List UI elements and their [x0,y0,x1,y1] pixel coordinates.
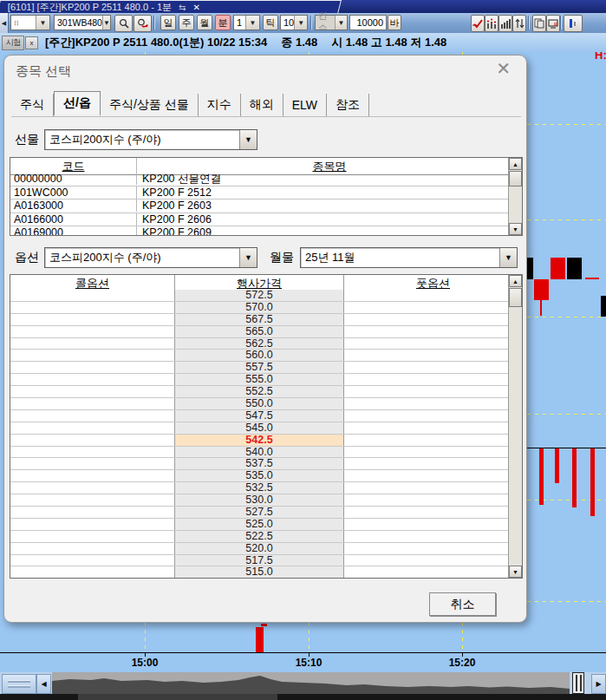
scroll-down-icon[interactable]: ▼ [509,566,522,578]
chart-document-tab[interactable]: [6101] [주간]KP200 P 2511 480.0 - 1분 ⇆ ✕ [0,0,342,13]
strike-row[interactable]: 525.0 [10,519,508,531]
bar-count-input[interactable]: 10000 [349,15,387,30]
search-icon[interactable] [114,15,133,32]
volume-bars-icon[interactable] [485,15,498,32]
strike-row[interactable]: 572.5 [10,290,508,302]
blue-bar-chart-icon[interactable] [564,15,583,32]
search-jump-icon[interactable] [134,15,152,32]
chevron-down-icon: ▼ [36,16,49,29]
futures-list[interactable]: 00000000KP200 선물연결101WC000KP200 F 2512A0… [10,173,508,235]
window-title-bar: [6101] [주간]KP200 P 2511 480.0 - 1분 ⇆ ✕ [0,0,606,13]
strike-row[interactable]: 545.0 [10,422,508,435]
futures-row[interactable]: A0169000KP200 F 2609 [10,226,508,235]
strike-row[interactable]: 557.5 [10,362,508,374]
tab-stock-commodity-futures[interactable]: 주식/상품 선물 [101,94,199,116]
strike-row[interactable]: 570.0 [10,302,508,314]
dialog-close-icon[interactable]: ✕ [496,60,511,77]
minimap-track[interactable] [52,672,570,694]
time-tick-label: 15:20 [449,657,476,669]
sort-updown-icon[interactable] [512,15,526,32]
strike-row[interactable]: 520.0 [10,543,508,555]
tab-close-icon[interactable]: ✕ [192,3,199,12]
options-scrollbar[interactable]: ▲ ▼ [508,275,522,578]
futures-row[interactable]: 101WC000KP200 F 2512 [10,186,508,200]
strike-row[interactable]: 515.0 [10,566,508,578]
strike-row[interactable]: 537.5 [10,458,508,470]
futures-market-value: 코스피200지수 (주/야) [49,132,161,147]
collapse-left-icon[interactable]: ◀ [0,13,9,33]
scroll-right-arrow-icon[interactable]: ▶ [591,674,606,694]
symbol-select-dialog: 종목 선택 ✕ 주식 선/옵 주식/상품 선물 지수 해외 ELW 참조 선물 … [3,55,527,623]
strike-row[interactable]: 562.5 [10,338,508,350]
badge-close-icon[interactable]: x [25,36,38,49]
tab-reference[interactable]: 참조 [327,94,369,116]
copy-page-icon[interactable] [532,15,546,32]
link-swap-icon[interactable]: ⇆ [179,3,186,12]
tab-elw[interactable]: ELW [283,94,327,116]
check-settings-icon[interactable] [471,15,485,32]
futures-row[interactable]: A0163000KP200 F 2603 [10,200,508,213]
strike-row[interactable]: 535.0 [10,470,508,482]
scroll-left-arrow-icon[interactable]: ◀ [36,674,51,694]
futures-row[interactable]: A0166000KP200 F 2606 [10,213,508,227]
strike-row[interactable]: 522.5 [10,531,508,543]
open-high-low: 시 1.48 고 1.48 저 1.48 [331,35,446,50]
strike-row[interactable]: 527.5 [10,507,508,519]
scroll-thumb[interactable] [509,171,522,186]
symbol-code-value: 301WB480 [57,17,102,28]
strike-row[interactable]: 547.5 [10,410,508,422]
strike-price-list[interactable]: 572.5570.0567.5565.0562.5560.0557.5555.0… [10,290,508,578]
scroll-down-icon[interactable]: ▼ [509,223,522,235]
strike-row[interactable]: 540.0 [10,447,508,459]
tab-index[interactable]: 지수 [199,94,241,116]
tab-futures-options[interactable]: 선/옵 [54,91,101,116]
strike-row[interactable]: 530.0 [10,494,508,507]
scroll-thumb[interactable] [509,288,522,307]
options-market-value: 코스피200지수 (주/야) [49,250,161,265]
options-market-combo[interactable]: 코스피200지수 (주/야)▼ [44,247,257,268]
candlestick [534,279,549,300]
period-month-button[interactable]: 월 [197,15,212,30]
cancel-button[interactable]: 취소 [429,592,496,616]
chevron-down-icon: ▼ [239,130,257,149]
period-minute-button[interactable]: 분 [215,15,231,30]
bar-chart-icon[interactable] [498,15,512,32]
minute-interval-combo[interactable]: 1▼ [233,15,260,30]
strike-row[interactable]: 555.0 [10,374,508,386]
tab-baseline [11,116,521,117]
strike-row[interactable]: 560.0 [10,350,508,362]
strike-row[interactable]: 552.5 [10,386,508,398]
bar-apply-button[interactable]: 바 [388,15,401,30]
futures-market-combo[interactable]: 코스피200지수 (주/야)▼ [44,129,257,150]
minimap-slider-handle[interactable] [572,672,584,694]
period-day-button[interactable]: 일 [160,15,176,30]
period-week-button[interactable]: 주 [179,15,194,30]
options-table: 콜옵션 행사가격 풋옵션 572.5570.0567.5565.0562.556… [10,274,523,579]
favorite-list-combo[interactable]: ⁝⁝▼ [10,15,50,30]
strike-row[interactable]: 565.0 [10,326,508,338]
test-mode-badge: 시험 [2,36,24,50]
strike-row[interactable]: 517.5 [10,555,508,567]
candlestick [527,258,533,279]
scroll-up-icon[interactable]: ▲ [509,275,522,287]
strike-row[interactable]: 550.0 [10,398,508,410]
tick-count-combo[interactable]: 10▼ [280,15,308,30]
futures-row[interactable]: 00000000KP200 선물연결 [10,173,508,186]
contract-month-combo[interactable]: 25년 11월▼ [300,247,518,268]
tick-button[interactable]: 틱 [263,15,278,30]
strike-row[interactable]: 567.5 [10,314,508,326]
screen-capture-icon[interactable]: R [546,15,560,32]
futures-scrollbar[interactable]: ▲ ▼ [508,158,522,235]
grid-line [527,124,606,125]
minimap-grip[interactable] [2,674,36,694]
indicator-bar [539,448,544,505]
tab-overseas[interactable]: 해외 [241,94,283,116]
chart-minimap-scrollbar[interactable]: ◀ ▶ [0,672,606,694]
chart-toolbar: ◀ ⁝⁝▼ 301WB480▼ 일 주 월 분 1▼ 틱 10▼ 건수▼ 100… [0,13,606,34]
chevron-down-icon: ▼ [245,16,259,29]
strike-row[interactable]: 542.5 [10,435,508,447]
strike-row[interactable]: 532.5 [10,482,508,494]
tab-stock[interactable]: 주식 [11,94,54,116]
symbol-code-combo[interactable]: 301WB480▼ [54,15,111,30]
scroll-up-icon[interactable]: ▲ [509,158,522,170]
